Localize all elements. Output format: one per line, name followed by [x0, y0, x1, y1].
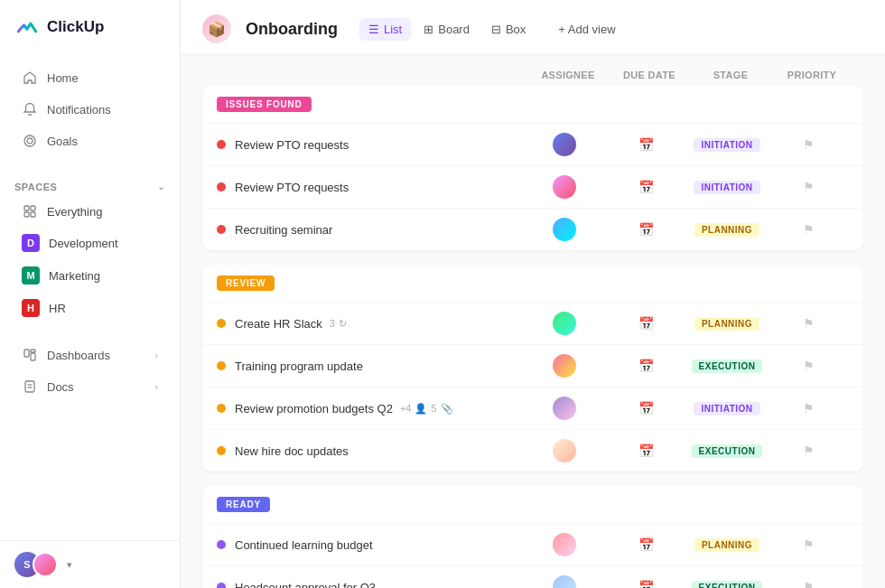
priority-icon: ⚑	[803, 401, 815, 415]
spaces-chevron-icon[interactable]: ⌄	[157, 181, 165, 192]
table-row[interactable]: Review PTO requests 📅 INITIATION ⚑	[202, 123, 863, 165]
task-name: Review PTO requests	[235, 138, 524, 152]
th-assignee: ASSIGNEE	[527, 70, 609, 80]
task-due-date: 📅	[605, 537, 686, 552]
table-row[interactable]: Headcount approval for Q3 📅 EXECUTION ⚑	[202, 565, 863, 588]
task-name-text: Review PTO requests	[235, 138, 349, 152]
avatar	[553, 575, 576, 588]
stage-badge: INITIATION	[694, 138, 759, 152]
avatar	[553, 218, 576, 241]
sidebar-item-dashboards[interactable]: Dashboards ›	[7, 340, 172, 370]
group-review: REVIEW Create HR Slack 3 ↻ 📅	[202, 265, 863, 471]
add-view-button[interactable]: + Add view	[549, 18, 624, 41]
priority-icon: ⚑	[803, 443, 815, 458]
task-stage: EXECUTION	[686, 581, 768, 589]
avatar	[553, 397, 576, 420]
page-title: Onboarding	[246, 20, 338, 39]
hr-badge: H	[22, 299, 40, 317]
add-view-label: + Add view	[558, 23, 615, 36]
table-row[interactable]: Create HR Slack 3 ↻ 📅 PLANNING ⚑	[202, 302, 863, 344]
tab-box[interactable]: ⊟ Box	[482, 18, 535, 41]
task-due-date: 📅	[605, 359, 686, 373]
task-assignee	[524, 354, 605, 378]
avatar	[553, 133, 576, 156]
subtask-icon: ↻	[339, 318, 347, 330]
tab-list[interactable]: ☰ List	[359, 18, 411, 41]
sidebar-extras: Dashboards › Docs ›	[0, 339, 180, 403]
main-header: 📦 Onboarding ☰ List ⊞ Board ⊟ Box + Add …	[181, 0, 885, 55]
sidebar-navigation: Home Notifications Goals	[0, 54, 180, 164]
avatar	[553, 175, 576, 199]
table-row[interactable]: Review PTO requests 📅 INITIATION ⚑	[202, 165, 863, 208]
nav-item-goals[interactable]: Goals	[7, 126, 172, 156]
task-due-date: 📅	[605, 180, 686, 194]
main-content: 📦 Onboarding ☰ List ⊞ Board ⊟ Box + Add …	[181, 0, 885, 588]
task-indicator	[217, 446, 226, 455]
task-stage: EXECUTION	[686, 359, 768, 373]
svg-point-0	[24, 135, 35, 146]
task-name: Training program update	[235, 359, 524, 373]
sidebar-footer: S ▾	[0, 540, 180, 588]
task-name-text: New hire doc updates	[235, 444, 349, 458]
svg-point-1	[27, 138, 33, 144]
nav-item-home[interactable]: Home	[7, 62, 172, 93]
task-indicator	[217, 140, 226, 149]
task-assignee	[524, 133, 605, 156]
task-name: Review PTO requests	[235, 181, 524, 194]
task-indicator	[217, 319, 226, 328]
svg-rect-5	[31, 212, 35, 217]
development-badge: D	[22, 234, 40, 252]
task-stage: PLANNING	[686, 317, 768, 331]
svg-rect-8	[31, 350, 35, 352]
sidebar-item-docs[interactable]: Docs ›	[7, 371, 172, 402]
task-assignee	[524, 439, 605, 462]
task-name-text: Headcount approval for Q3	[235, 581, 376, 589]
everything-label: Everything	[47, 205, 102, 219]
svg-rect-9	[25, 381, 34, 392]
task-priority: ⚑	[768, 580, 849, 588]
task-due-date: 📅	[605, 580, 686, 588]
task-indicator	[217, 182, 226, 191]
dashboards-label: Dashboards	[47, 349, 110, 362]
onboarding-icon: 📦	[202, 14, 231, 43]
avatar	[553, 354, 576, 378]
task-assignee	[524, 533, 605, 556]
task-indicator	[217, 583, 226, 588]
sidebar-item-marketing[interactable]: M Marketing	[7, 260, 172, 291]
nav-item-notifications[interactable]: Notifications	[7, 94, 172, 125]
table-row[interactable]: Training program update 📅 EXECUTION ⚑	[202, 344, 863, 387]
th-stage: STAGE	[690, 70, 771, 80]
task-due-date: 📅	[605, 401, 686, 415]
docs-icon	[22, 378, 38, 395]
svg-rect-2	[24, 206, 29, 210]
home-icon	[22, 70, 38, 86]
table-row[interactable]: New hire doc updates 📅 EXECUTION ⚑	[202, 429, 863, 471]
attach-icon: 📎	[441, 403, 453, 415]
task-name-text: Create HR Slack	[235, 317, 322, 331]
task-name-text: Recruiting seminar	[235, 223, 332, 237]
calendar-icon: 📅	[638, 180, 654, 194]
task-due-date: 📅	[605, 316, 686, 331]
dashboards-chevron-icon: ›	[154, 350, 158, 360]
avatar	[553, 312, 576, 335]
sidebar-item-everything[interactable]: Everything	[7, 197, 172, 226]
priority-icon: ⚑	[803, 537, 815, 552]
avatar-secondary	[33, 552, 58, 577]
sidebar-item-hr[interactable]: H HR	[7, 293, 172, 323]
footer-chevron-icon[interactable]: ▾	[67, 559, 72, 571]
board-tab-icon: ⊞	[424, 23, 433, 36]
tab-board[interactable]: ⊞ Board	[415, 18, 479, 41]
home-label: Home	[47, 71, 79, 85]
priority-icon: ⚑	[803, 137, 815, 152]
sidebar-item-development[interactable]: D Development	[7, 228, 172, 258]
review-header: REVIEW	[202, 265, 863, 302]
ready-header: READY	[202, 486, 863, 523]
task-priority: ⚑	[768, 137, 849, 152]
table-row[interactable]: Recruiting seminar 📅 PLANNING ⚑	[202, 208, 863, 250]
table-row[interactable]: Continued learning budget 📅 PLANNING ⚑	[202, 523, 863, 565]
task-name-text: Continued learning budget	[235, 538, 373, 552]
stage-badge: PLANNING	[694, 538, 759, 552]
group-ready: READY Continued learning budget 📅 PLANNI…	[202, 486, 863, 588]
task-name-text: Review promotion budgets Q2	[235, 402, 393, 415]
table-row[interactable]: Review promotion budgets Q2 +4 👤 5 📎 📅 I…	[202, 387, 863, 429]
